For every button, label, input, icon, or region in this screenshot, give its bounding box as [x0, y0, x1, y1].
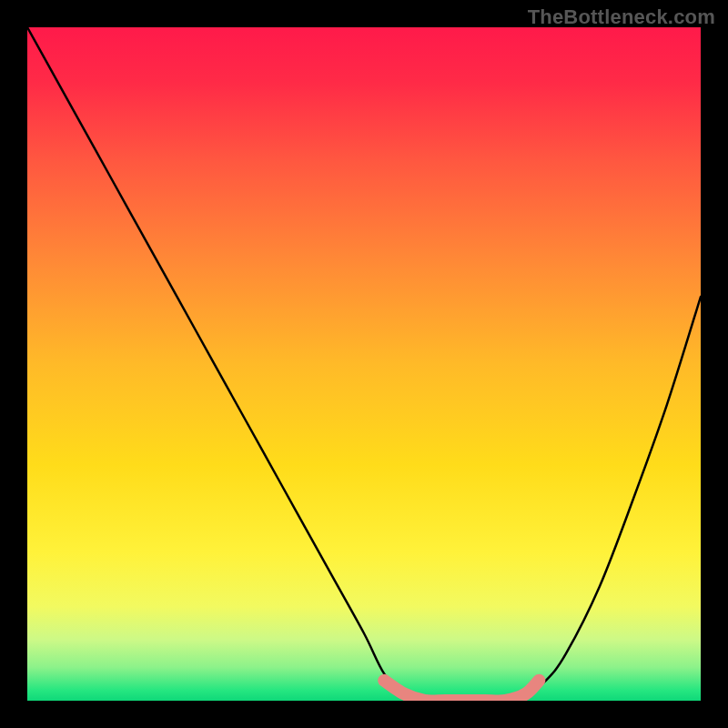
attribution-label: TheBottleneck.com	[528, 5, 715, 29]
bottleneck-plot	[27, 27, 701, 701]
gradient-background	[27, 27, 701, 701]
chart-frame: TheBottleneck.com	[0, 0, 728, 728]
